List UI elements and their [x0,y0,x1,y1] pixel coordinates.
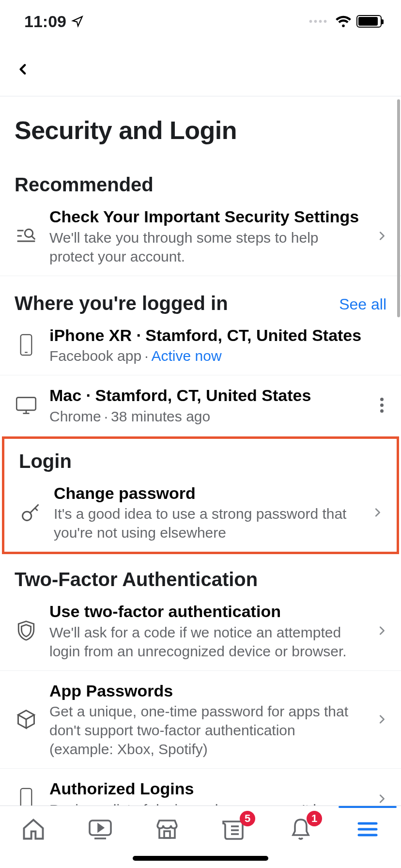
svg-line-12 [35,508,38,511]
svg-rect-18 [164,831,170,838]
signal-dots-icon: •••• [309,16,328,27]
row-subtitle: It's a good idea to use a strong passwor… [54,504,356,542]
wifi-icon [335,15,352,28]
key-icon [19,501,42,524]
scroll-indicator [397,99,400,317]
list-search-icon [15,224,38,248]
home-icon [21,817,46,842]
settings-content: Security and Login Recommended Check You… [0,96,401,806]
chevron-right-icon [368,503,387,522]
section-heading-login: Login [4,439,397,473]
home-indicator [133,856,268,861]
marketplace-icon [154,817,180,841]
tab-menu[interactable] [353,815,382,844]
svg-line-11 [30,504,38,512]
row-app-passwords[interactable]: App Passwords Get a unique, one-time pas… [0,671,401,769]
chevron-left-icon [17,60,30,79]
phone-icon [15,787,38,806]
row-title: Change password [54,483,356,504]
svg-rect-7 [16,397,35,410]
row-subtitle: Chrome·38 minutes ago [49,407,360,426]
nav-bar [0,43,401,96]
watch-icon [88,818,113,840]
row-subtitle: We'll take you through some steps to hel… [49,228,360,266]
section-heading-twofa: Two-Factor Authentication [0,554,401,591]
svg-point-3 [25,230,33,238]
bottom-tab-bar: 5 1 [0,806,401,868]
chevron-right-icon [372,789,391,806]
row-subtitle: Review a list of devices where you won't… [49,800,360,806]
tab-notifications[interactable]: 1 [286,815,315,844]
chevron-right-icon [372,621,391,640]
row-title: iPhone XR · Stamford, CT, United States [49,325,391,346]
active-tab-indicator [339,806,397,808]
chevron-right-icon [372,710,391,729]
row-subtitle: We'll ask for a code if we notice an att… [49,623,360,661]
row-use-twofa[interactable]: Use two-factor authentication We'll ask … [0,591,401,671]
tab-watch[interactable] [86,815,115,844]
row-subtitle: Get a unique, one-time password for apps… [49,702,360,759]
page-title: Security and Login [0,96,401,150]
login-section-highlight: Login Change password It's a good idea t… [2,436,399,555]
status-time: 11:09 [24,12,66,31]
status-bar: 11:09 •••• [0,0,401,43]
svg-rect-13 [21,789,32,806]
row-check-security-settings[interactable]: Check Your Important Security Settings W… [0,197,401,276]
svg-line-4 [32,236,35,239]
menu-icon [356,820,379,839]
row-title: Authorized Logins [49,778,360,799]
row-title: App Passwords [49,681,360,701]
tab-home[interactable] [19,815,48,844]
session-row-iphone[interactable]: iPhone XR · Stamford, CT, United States … [0,315,401,376]
row-subtitle: Facebook app·Active now [49,346,391,365]
session-row-mac[interactable]: Mac · Stamford, CT, United States Chrome… [0,375,401,435]
shield-icon [15,619,38,642]
section-heading-logged-in: Where you're logged in [0,276,243,315]
location-arrow-icon [71,15,84,28]
tab-marketplace[interactable] [153,815,182,844]
desktop-icon [15,394,38,417]
row-change-password[interactable]: Change password It's a good idea to use … [4,473,397,552]
row-title: Mac · Stamford, CT, United States [49,385,360,406]
row-title: Use two-factor authentication [49,601,360,622]
tab-news[interactable]: 5 [219,815,248,844]
phone-icon [15,333,38,356]
cube-icon [15,708,38,731]
see-all-link[interactable]: See all [339,295,386,315]
back-button[interactable] [14,60,33,79]
battery-icon [356,15,382,28]
section-heading-recommended: Recommended [0,150,401,197]
row-authorized-logins[interactable]: Authorized Logins Review a list of devic… [0,769,401,806]
svg-marker-16 [98,824,103,831]
news-badge: 5 [240,811,255,826]
row-title: Check Your Important Security Settings [49,206,360,227]
chevron-right-icon [372,226,391,246]
notifications-badge: 1 [307,811,322,826]
more-options-button[interactable] [372,396,391,415]
